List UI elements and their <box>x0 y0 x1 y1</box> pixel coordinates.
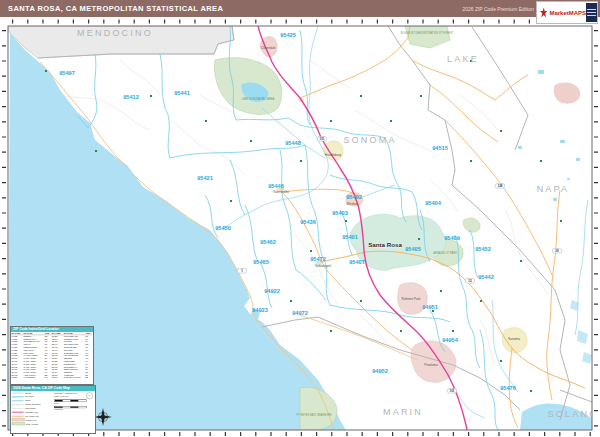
legend-scale-column: CITY Map data © MarketMAPS Scale 1:150,0… <box>54 391 94 426</box>
zip-label: 95448 <box>285 140 301 146</box>
legend-item: Park / Forest <box>11 422 54 426</box>
zip-label: 95452 <box>475 246 491 252</box>
city-label: Cloverdale <box>260 46 275 50</box>
legend-stamp: CITY <box>86 392 93 399</box>
zip-label: 94954 <box>442 337 458 343</box>
zip-label: 94922 <box>264 288 280 294</box>
zip-label: 95442 <box>478 274 494 280</box>
county-label: LAKE <box>447 54 479 64</box>
edition-label: 2026 ZIP Code Premium Edition <box>462 6 534 12</box>
page-title: SANTA ROSA, CA METROPOLITAN STATISTICAL … <box>8 4 223 13</box>
zip-label: 95497 <box>59 70 75 76</box>
index-row: 95421CAZADEROC395497THE SEA RANCHB2 <box>11 377 92 380</box>
legend-item-label: US / State Hwy <box>25 415 39 417</box>
zip-label: 95476 <box>500 385 516 391</box>
legend-item-label: Local Road <box>25 407 35 409</box>
zip-label: 95403 <box>332 210 348 216</box>
zip-label: 95450 <box>215 225 231 231</box>
zip-label: 95425 <box>280 32 296 38</box>
highway-shield-label: 101 <box>449 389 454 393</box>
zip-label: 95472 <box>310 256 326 262</box>
zip-label: 95436 <box>300 219 316 225</box>
legend-item-label: Park / Forest <box>26 423 38 425</box>
legend-item-label: County Boundary <box>25 403 41 405</box>
zip-label: 95421 <box>197 175 213 181</box>
highway-shield-label: 128 <box>497 184 502 188</box>
zip-label: 94952 <box>372 368 388 374</box>
cyan-swatch-icon <box>12 396 24 397</box>
zip-label: 95446 <box>268 183 284 189</box>
county-label: SOLANO <box>548 409 599 419</box>
legend-item-label: ZIP Code <box>25 396 34 398</box>
city-label: Sonoma <box>508 337 520 341</box>
publisher-logo: MarketMAPS <box>536 1 598 24</box>
zip-label: 94515 <box>432 145 448 151</box>
zip-label: 95492 <box>346 194 362 200</box>
zip-label: 95409 <box>444 235 460 241</box>
legend-item-label: Water <box>25 400 30 402</box>
zip-label: 95412 <box>123 94 139 100</box>
zip-label: 95407 <box>349 259 365 265</box>
scalebar-km-label: Kilometers <box>54 409 94 411</box>
city-label: Sebastopol <box>315 264 331 268</box>
map-poster: MENDOCINOSONOMALAKENAPAMARINSOLANO954979… <box>0 0 600 437</box>
city-label: Guerneville <box>273 190 289 194</box>
pink-swatch-icon <box>12 412 24 413</box>
legend-panel: 2026 Santa Rosa, CA ZIP Code Map CountyZ… <box>10 385 96 434</box>
legend-item-label: Interstate Hwy <box>25 411 38 413</box>
city-label: Windsor <box>346 202 359 206</box>
zip-index-panel: ZIP Code Index/Grid Locator ZIP CODEZIP … <box>10 326 94 385</box>
highway-shield-label: 101 <box>319 137 324 141</box>
zip-label: 95462 <box>260 239 276 245</box>
header-bar: SANTA ROSA, CA METROPOLITAN STATISTICAL … <box>0 0 600 17</box>
park-label: PT REYES NATL SEASHORE <box>297 413 332 417</box>
zip-label: 95404 <box>425 200 441 206</box>
legend-item-label: County <box>25 392 32 394</box>
zip-label: 95401 <box>342 234 358 240</box>
legend-item-label: Urban Area <box>26 419 36 421</box>
orange-swatch-icon <box>12 416 24 417</box>
scalebar-miles-label: Miles <box>54 402 94 404</box>
highway-shield-label: 12 <box>468 279 472 283</box>
zip-label: 94951 <box>422 304 438 310</box>
city-label: Healdsburg <box>325 153 342 157</box>
city-label: Rohnert Park <box>402 297 421 301</box>
county-label: NAPA <box>537 184 570 194</box>
zip-index-table: ZIP CODEZIP NAMEGRIDZIP CODEZIP NAMEGRID… <box>11 332 92 380</box>
logo-star-icon <box>540 8 547 18</box>
county-label: MARIN <box>383 407 423 417</box>
park-label: ANNADEL ST PARK <box>433 251 457 255</box>
city-label: Petaluma <box>424 363 438 367</box>
logo-badge <box>586 3 597 22</box>
city-label: Santa Rosa <box>368 241 402 248</box>
zip-label: 94923 <box>252 307 268 313</box>
zip-label: 95441 <box>174 90 190 96</box>
zip-label: 95465 <box>253 259 269 265</box>
logo-brand-text: MarketMAPS <box>549 10 586 16</box>
zip-label: 95405 <box>405 246 421 252</box>
park-label: LAKE SONOMA REC AREA <box>242 97 275 101</box>
legend-items: CountyZIP CodeWaterCounty BoundaryLocal … <box>11 391 54 426</box>
park-label: BOGGS MT DEMONSTRATION ST FOREST <box>401 31 454 35</box>
blue-swatch-icon <box>12 400 24 401</box>
pinkfill-swatch-icon <box>12 419 25 422</box>
county-label: SONOMA <box>343 135 396 145</box>
zip-label: 94972 <box>292 310 308 316</box>
highway-shield-label: 29 <box>555 249 559 253</box>
county-label: MENDOCINO <box>77 28 153 38</box>
greenfill-swatch-icon <box>12 423 25 426</box>
